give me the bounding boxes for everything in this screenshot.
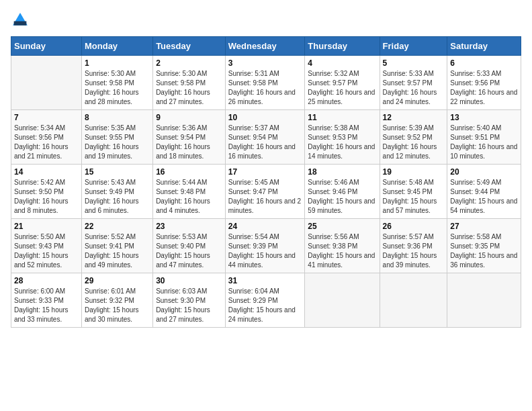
day-info: Sunrise: 5:45 AMSunset: 9:47 PMDaylight:… [228, 178, 302, 216]
day-info: Sunrise: 5:44 AMSunset: 9:48 PMDaylight:… [156, 178, 222, 216]
day-info: Sunrise: 6:03 AMSunset: 9:30 PMDaylight:… [156, 287, 222, 324]
day-info: Sunrise: 5:48 AMSunset: 9:45 PMDaylight:… [383, 178, 445, 216]
day-info: Sunrise: 6:04 AMSunset: 9:29 PMDaylight:… [228, 287, 302, 324]
calendar-row: 14Sunrise: 5:42 AMSunset: 9:50 PMDayligh… [11, 165, 521, 219]
day-number: 14 [14, 167, 79, 177]
day-info: Sunrise: 5:40 AMSunset: 9:51 PMDaylight:… [450, 124, 518, 161]
day-info: Sunrise: 5:42 AMSunset: 9:50 PMDaylight:… [14, 178, 79, 216]
calendar-cell [305, 273, 380, 328]
calendar-cell: 22Sunrise: 5:52 AMSunset: 9:41 PMDayligh… [81, 219, 152, 273]
day-info: Sunrise: 5:33 AMSunset: 9:57 PMDaylight:… [383, 69, 445, 107]
calendar-cell: 31Sunrise: 6:04 AMSunset: 9:29 PMDayligh… [225, 273, 305, 328]
day-info: Sunrise: 5:31 AMSunset: 9:58 PMDaylight:… [228, 69, 302, 107]
day-info: Sunrise: 5:58 AMSunset: 9:35 PMDaylight:… [450, 232, 518, 270]
day-info: Sunrise: 5:37 AMSunset: 9:54 PMDaylight:… [228, 124, 302, 161]
day-number: 16 [156, 167, 222, 177]
calendar-cell: 19Sunrise: 5:48 AMSunset: 9:45 PMDayligh… [380, 165, 447, 219]
day-info: Sunrise: 5:30 AMSunset: 9:58 PMDaylight:… [85, 69, 150, 107]
day-number: 24 [228, 222, 302, 231]
day-info: Sunrise: 5:35 AMSunset: 9:55 PMDaylight:… [85, 124, 150, 161]
day-info: Sunrise: 6:00 AMSunset: 9:33 PMDaylight:… [14, 287, 79, 324]
day-number: 29 [85, 276, 150, 285]
calendar-cell: 5Sunrise: 5:33 AMSunset: 9:57 PMDaylight… [380, 56, 447, 110]
day-info: Sunrise: 5:53 AMSunset: 9:40 PMDaylight:… [156, 232, 222, 270]
calendar-header-row: SundayMondayTuesdayWednesdayThursdayFrid… [11, 37, 521, 56]
day-number: 27 [450, 222, 518, 231]
header-friday: Friday [380, 37, 447, 56]
calendar-cell: 1Sunrise: 5:30 AMSunset: 9:58 PMDaylight… [81, 56, 152, 110]
day-number: 5 [383, 58, 445, 68]
day-number: 9 [156, 113, 222, 122]
calendar-cell: 15Sunrise: 5:43 AMSunset: 9:49 PMDayligh… [81, 165, 152, 219]
calendar-cell: 23Sunrise: 5:53 AMSunset: 9:40 PMDayligh… [153, 219, 226, 273]
header-sunday: Sunday [11, 37, 82, 56]
calendar-cell: 4Sunrise: 5:32 AMSunset: 9:57 PMDaylight… [305, 56, 380, 110]
day-info: Sunrise: 5:50 AMSunset: 9:43 PMDaylight:… [14, 232, 79, 270]
day-number: 15 [85, 167, 150, 177]
day-number: 11 [308, 113, 376, 122]
day-number: 20 [450, 167, 518, 177]
day-info: Sunrise: 6:01 AMSunset: 9:32 PMDaylight:… [85, 287, 150, 324]
header-tuesday: Tuesday [153, 37, 226, 56]
header-saturday: Saturday [447, 37, 521, 56]
day-info: Sunrise: 5:43 AMSunset: 9:49 PMDaylight:… [85, 178, 150, 216]
calendar-cell: 16Sunrise: 5:44 AMSunset: 9:48 PMDayligh… [153, 165, 226, 219]
calendar-cell [380, 273, 447, 328]
calendar-row: 7Sunrise: 5:34 AMSunset: 9:56 PMDaylight… [11, 110, 521, 165]
calendar-cell: 21Sunrise: 5:50 AMSunset: 9:43 PMDayligh… [11, 219, 82, 273]
calendar-cell: 26Sunrise: 5:57 AMSunset: 9:36 PMDayligh… [380, 219, 447, 273]
day-number: 18 [308, 167, 376, 177]
calendar-cell: 6Sunrise: 5:33 AMSunset: 9:56 PMDaylight… [447, 56, 521, 110]
day-info: Sunrise: 5:56 AMSunset: 9:38 PMDaylight:… [308, 232, 376, 270]
day-number: 10 [228, 113, 302, 122]
day-info: Sunrise: 5:54 AMSunset: 9:39 PMDaylight:… [228, 232, 302, 270]
calendar-cell: 2Sunrise: 5:30 AMSunset: 9:58 PMDaylight… [153, 56, 226, 110]
day-number: 23 [156, 222, 222, 231]
calendar-cell: 24Sunrise: 5:54 AMSunset: 9:39 PMDayligh… [225, 219, 305, 273]
day-number: 30 [156, 276, 222, 285]
logo-icon [11, 11, 30, 30]
day-number: 19 [383, 167, 445, 177]
day-number: 4 [308, 58, 376, 68]
calendar-cell: 10Sunrise: 5:37 AMSunset: 9:54 PMDayligh… [225, 110, 305, 165]
calendar-cell: 12Sunrise: 5:39 AMSunset: 9:52 PMDayligh… [380, 110, 447, 165]
header-thursday: Thursday [305, 37, 380, 56]
day-number: 6 [450, 58, 518, 68]
day-number: 17 [228, 167, 302, 177]
day-info: Sunrise: 5:30 AMSunset: 9:58 PMDaylight:… [156, 69, 222, 107]
day-number: 25 [308, 222, 376, 231]
calendar-cell: 8Sunrise: 5:35 AMSunset: 9:55 PMDaylight… [81, 110, 152, 165]
day-number: 28 [14, 276, 79, 285]
calendar-cell: 13Sunrise: 5:40 AMSunset: 9:51 PMDayligh… [447, 110, 521, 165]
day-info: Sunrise: 5:34 AMSunset: 9:56 PMDaylight:… [14, 124, 79, 161]
calendar-cell: 7Sunrise: 5:34 AMSunset: 9:56 PMDaylight… [11, 110, 82, 165]
day-number: 26 [383, 222, 445, 231]
day-info: Sunrise: 5:36 AMSunset: 9:54 PMDaylight:… [156, 124, 222, 161]
day-info: Sunrise: 5:52 AMSunset: 9:41 PMDaylight:… [85, 232, 150, 270]
day-info: Sunrise: 5:49 AMSunset: 9:44 PMDaylight:… [450, 178, 518, 216]
calendar-cell: 9Sunrise: 5:36 AMSunset: 9:54 PMDaylight… [153, 110, 226, 165]
day-info: Sunrise: 5:33 AMSunset: 9:56 PMDaylight:… [450, 69, 518, 107]
calendar-cell: 18Sunrise: 5:46 AMSunset: 9:46 PMDayligh… [305, 165, 380, 219]
logo [11, 11, 32, 30]
day-number: 1 [85, 58, 150, 68]
page-header [11, 11, 521, 30]
day-number: 21 [14, 222, 79, 231]
header-monday: Monday [81, 37, 152, 56]
calendar-cell: 17Sunrise: 5:45 AMSunset: 9:47 PMDayligh… [225, 165, 305, 219]
day-info: Sunrise: 5:38 AMSunset: 9:53 PMDaylight:… [308, 124, 376, 161]
header-wednesday: Wednesday [225, 37, 305, 56]
calendar-cell: 3Sunrise: 5:31 AMSunset: 9:58 PMDaylight… [225, 56, 305, 110]
calendar-row: 28Sunrise: 6:00 AMSunset: 9:33 PMDayligh… [11, 273, 521, 328]
calendar-cell [11, 56, 82, 110]
calendar-cell: 25Sunrise: 5:56 AMSunset: 9:38 PMDayligh… [305, 219, 380, 273]
calendar-cell: 11Sunrise: 5:38 AMSunset: 9:53 PMDayligh… [305, 110, 380, 165]
calendar-cell: 20Sunrise: 5:49 AMSunset: 9:44 PMDayligh… [447, 165, 521, 219]
calendar-cell: 30Sunrise: 6:03 AMSunset: 9:30 PMDayligh… [153, 273, 226, 328]
day-number: 31 [228, 276, 302, 285]
day-info: Sunrise: 5:57 AMSunset: 9:36 PMDaylight:… [383, 232, 445, 270]
day-number: 8 [85, 113, 150, 122]
svg-rect-1 [14, 21, 27, 26]
calendar-cell: 27Sunrise: 5:58 AMSunset: 9:35 PMDayligh… [447, 219, 521, 273]
calendar-cell: 28Sunrise: 6:00 AMSunset: 9:33 PMDayligh… [11, 273, 82, 328]
